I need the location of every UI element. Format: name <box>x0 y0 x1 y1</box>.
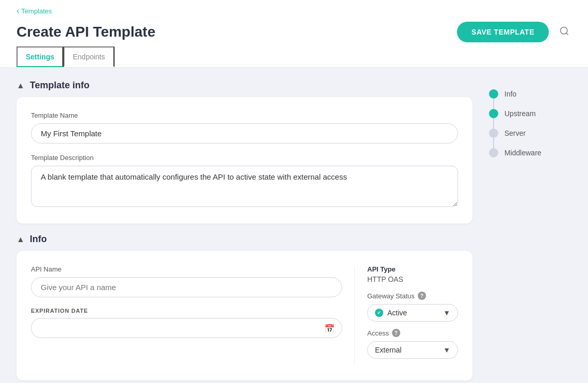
tab-settings[interactable]: Settings <box>17 46 63 67</box>
middleware-nav-dot <box>489 148 498 157</box>
api-type-group: API Type HTTP OAS <box>367 265 458 283</box>
content-area: ▲ Template info Template Name Template D… <box>0 68 588 383</box>
template-info-section: ▲ Template info Template Name Template D… <box>17 80 472 224</box>
search-icon <box>559 26 569 36</box>
gateway-status-label: Gateway Status ? <box>367 292 458 300</box>
server-nav-label: Server <box>504 129 526 137</box>
info-section: ▲ Info API Name EXPIRATION DATE 📅 <box>17 234 472 380</box>
top-bar: Templates Create API Template SAVE TEMPL… <box>0 0 588 68</box>
expiration-date-input[interactable] <box>31 318 342 338</box>
info-card: API Name EXPIRATION DATE 📅 API Type <box>17 251 472 380</box>
access-label: Access ? <box>367 329 458 337</box>
api-name-input[interactable] <box>31 277 342 297</box>
breadcrumb-link[interactable]: Templates <box>17 6 52 15</box>
info-left: API Name EXPIRATION DATE 📅 <box>31 265 355 366</box>
middleware-nav-label: Middleware <box>504 149 542 157</box>
access-chevron-down-icon: ▼ <box>443 346 450 354</box>
template-info-title: Template info <box>30 80 90 91</box>
gateway-status-group: Gateway Status ? Active ▼ <box>367 292 458 322</box>
server-nav-dot <box>489 129 498 138</box>
api-type-label: API Type <box>367 265 458 273</box>
template-info-card: Template Name Template Description A bla… <box>17 97 472 224</box>
svg-line-1 <box>566 33 568 35</box>
access-dropdown[interactable]: External ▼ <box>367 341 458 359</box>
gateway-status-help-icon[interactable]: ? <box>418 292 426 300</box>
active-status-dot <box>375 309 383 317</box>
svg-point-0 <box>561 27 567 34</box>
chevron-down-icon: ▼ <box>443 309 450 317</box>
access-group: Access ? External ▼ <box>367 329 458 359</box>
info-right: API Type HTTP OAS Gateway Status ? Activ… <box>355 265 458 366</box>
calendar-icon: 📅 <box>324 323 335 333</box>
sidebar-item-middleware[interactable]: Middleware <box>489 143 571 163</box>
sidebar-item-server[interactable]: Server <box>489 123 571 143</box>
tabs-row: Settings Endpoints <box>17 42 571 67</box>
info-nav-label: Info <box>504 90 516 98</box>
gateway-status-value: Active <box>375 309 407 317</box>
template-name-input[interactable] <box>31 123 458 143</box>
upstream-nav-label: Upstream <box>504 109 536 118</box>
info-section-toggle[interactable]: ▲ <box>17 235 25 244</box>
access-value: External <box>375 346 401 354</box>
nav-items: Info Upstream Server Middleware <box>489 84 571 163</box>
api-type-value: HTTP OAS <box>367 275 458 283</box>
search-button[interactable] <box>557 24 571 41</box>
info-section-title: Info <box>30 234 47 245</box>
template-info-toggle[interactable]: ▲ <box>17 81 25 90</box>
template-description-label: Template Description <box>31 154 458 162</box>
date-input-wrapper: 📅 <box>31 318 342 338</box>
upstream-nav-dot <box>489 109 498 118</box>
save-template-button[interactable]: SAVE TEMPLATE <box>457 22 549 42</box>
template-description-input[interactable]: A blank template that automatically conf… <box>31 166 458 207</box>
main-content: ▲ Template info Template Name Template D… <box>17 80 472 383</box>
gateway-status-dropdown[interactable]: Active ▼ <box>367 304 458 322</box>
header-actions: SAVE TEMPLATE <box>457 22 571 42</box>
sidebar-item-info[interactable]: Info <box>489 84 571 104</box>
template-name-label: Template Name <box>31 111 458 119</box>
sidebar-item-upstream[interactable]: Upstream <box>489 104 571 123</box>
expiration-date-label: EXPIRATION DATE <box>31 308 342 314</box>
tab-endpoints[interactable]: Endpoints <box>63 46 114 67</box>
api-name-label: API Name <box>31 265 342 273</box>
access-help-icon[interactable]: ? <box>392 329 400 337</box>
page-title: Create API Template <box>17 24 155 40</box>
sidebar-nav: Info Upstream Server Middleware <box>489 80 571 383</box>
info-nav-dot <box>489 89 498 99</box>
